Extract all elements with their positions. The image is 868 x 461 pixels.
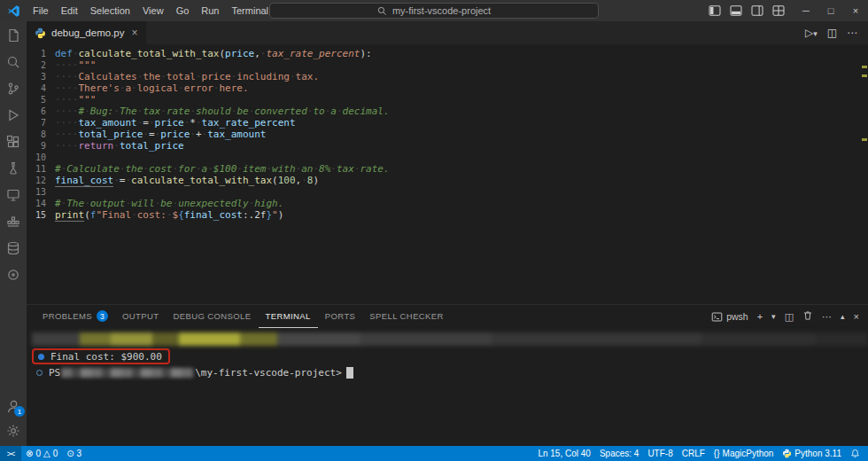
code-token: """ xyxy=(79,94,97,105)
source-control-icon[interactable] xyxy=(5,81,21,97)
panel-more-actions-icon[interactable]: ⋯ xyxy=(822,311,832,323)
code-editor[interactable]: 1def·calculate_total_with_tax(price,·tax… xyxy=(27,44,868,304)
customize-layout-icon[interactable] xyxy=(772,5,785,16)
command-decoration-icon[interactable] xyxy=(38,354,44,360)
menu-go[interactable]: Go xyxy=(170,0,196,21)
toggle-secondary-sidebar-icon[interactable] xyxy=(751,5,763,16)
code-line[interactable]: 11#·Calculate·the·cost·for·a·$100·item·w… xyxy=(27,163,868,175)
run-and-debug-icon[interactable] xyxy=(5,107,21,123)
run-python-file-icon[interactable]: ▷▾ xyxy=(805,27,818,39)
overview-ruler xyxy=(861,44,867,304)
explorer-icon[interactable] xyxy=(5,27,21,43)
terminal-view[interactable]: Final cost: $900.00 PS \my-first-vscode-… xyxy=(27,328,868,446)
code-token: · xyxy=(160,105,167,117)
code-line[interactable]: 1def·calculate_total_with_tax(price,·tax… xyxy=(27,48,868,59)
menu-view[interactable]: View xyxy=(136,0,170,21)
account-badge: 1 xyxy=(14,406,25,417)
code-line[interactable]: 6····#·Bug:·The·tax·rate·should·be·conve… xyxy=(27,105,868,117)
code-token: { xyxy=(178,209,184,221)
code-token: for xyxy=(178,163,196,175)
python-interpreter[interactable]: Python 3.11 xyxy=(778,446,846,461)
tab-filename: debug_demo.py xyxy=(51,27,124,38)
menu-selection[interactable]: Selection xyxy=(84,0,136,21)
toggle-sidebar-icon[interactable] xyxy=(709,5,721,16)
code-line[interactable]: 13 xyxy=(27,186,868,198)
code-token: logical xyxy=(137,82,178,94)
redacted-command-line xyxy=(32,332,868,346)
jupyter-icon[interactable] xyxy=(5,267,21,283)
code-token: ( xyxy=(84,209,90,221)
menu-run[interactable]: Run xyxy=(195,0,225,21)
code-token: cost: xyxy=(137,209,167,221)
redacted-block xyxy=(360,332,492,346)
editor-more-actions-icon[interactable]: ⋯ xyxy=(847,27,857,39)
code-token: · xyxy=(196,71,202,82)
maximize-button[interactable]: □ xyxy=(818,0,843,21)
code-line[interactable]: 12final_cost·=·calculate_total_with_tax(… xyxy=(27,175,868,186)
code-token: the xyxy=(143,71,160,82)
menu-file[interactable]: File xyxy=(27,0,55,21)
code-line[interactable]: 2····""" xyxy=(27,59,868,71)
code-token: · xyxy=(113,175,120,186)
code-token: · xyxy=(84,198,90,209)
notifications-bell-icon[interactable] xyxy=(846,446,864,461)
code-text: #·Calculate·the·cost·for·a·$100·item·wit… xyxy=(55,163,390,175)
cursor-position[interactable]: Ln 15, Col 40 xyxy=(533,446,595,461)
maximize-panel-icon[interactable]: ▴ xyxy=(841,312,845,321)
encoding[interactable]: UTF-8 xyxy=(643,446,677,461)
code-line[interactable]: 4····There's·a·logical·error·here. xyxy=(27,82,868,94)
code-line[interactable]: 3····Calculates·the·total·price·includin… xyxy=(27,71,868,82)
minimize-button[interactable]: ─ xyxy=(794,0,818,21)
split-editor-icon[interactable]: ◫ xyxy=(827,27,837,39)
info-status[interactable]: ⊙ 3 xyxy=(62,446,86,461)
close-window-button[interactable]: × xyxy=(843,0,868,21)
code-token: · xyxy=(178,82,184,94)
prompt-decoration-icon[interactable] xyxy=(36,370,43,376)
code-token: calculate_total_with_tax xyxy=(131,175,272,186)
indentation[interactable]: Spaces: 4 xyxy=(595,446,643,461)
tab-problems[interactable]: PROBLEMS 3 xyxy=(35,305,115,328)
tab-debug-console[interactable]: DEBUG CONSOLE xyxy=(166,305,258,328)
tab-spell-checker[interactable]: SPELL CHECKER xyxy=(362,305,451,328)
code-token: · xyxy=(236,163,243,175)
remote-indicator[interactable]: >< xyxy=(0,446,21,461)
code-line[interactable]: 7····tax_amount·=·price·*·tax_rate_perce… xyxy=(27,117,868,129)
redacted-block xyxy=(492,332,701,346)
toggle-panel-icon[interactable] xyxy=(730,5,742,16)
account-icon[interactable]: 1 xyxy=(5,398,21,414)
remote-explorer-icon[interactable] xyxy=(5,187,21,203)
ruler-mark xyxy=(862,66,867,68)
search-sidebar-icon[interactable] xyxy=(5,54,21,70)
new-terminal-icon[interactable]: + xyxy=(757,311,763,322)
code-line[interactable]: 10 xyxy=(27,152,868,163)
tab-close-icon[interactable]: × xyxy=(131,27,137,39)
tab-output[interactable]: OUTPUT xyxy=(115,305,166,328)
tab-terminal[interactable]: TERMINAL xyxy=(259,305,318,328)
terminal-profile[interactable]: pwsh xyxy=(711,311,748,323)
tab-ports[interactable]: PORTS xyxy=(318,305,363,328)
code-line[interactable]: 14#·The·output·will·be·unexpectedly·high… xyxy=(27,198,868,209)
terminal-profile-dropdown-icon[interactable]: ▾ xyxy=(771,312,776,321)
code-token: # xyxy=(55,163,61,175)
database-icon[interactable] xyxy=(5,240,21,256)
code-line[interactable]: 5····""" xyxy=(27,94,868,105)
close-panel-icon[interactable]: × xyxy=(854,311,859,322)
problems-status[interactable]: ⊗ 0 △ 0 xyxy=(21,446,62,461)
containers-icon[interactable] xyxy=(5,214,21,230)
menu-edit[interactable]: Edit xyxy=(55,0,84,21)
code-token: rate. xyxy=(360,163,389,175)
kill-terminal-icon[interactable] xyxy=(802,310,813,323)
settings-gear-icon[interactable] xyxy=(5,423,21,439)
extensions-icon[interactable] xyxy=(5,134,21,150)
tab-debug-demo[interactable]: debug_demo.py × xyxy=(27,21,146,44)
code-line[interactable]: 9····return·total_price xyxy=(27,140,868,152)
code-line[interactable]: 8····total_price·=·price·+·tax_amount xyxy=(27,129,868,140)
eol-sequence[interactable]: CRLF xyxy=(678,446,709,461)
split-terminal-icon[interactable]: ◫ xyxy=(785,311,794,323)
code-line[interactable]: 15print(f"Final·cost:·${final_cost:.2f}"… xyxy=(27,209,868,221)
prompt-prefix: PS xyxy=(49,367,60,379)
menu-terminal[interactable]: Terminal xyxy=(226,0,275,21)
command-center-search[interactable]: my-first-vscode-project xyxy=(269,3,599,19)
language-mode[interactable]: {} MagicPython xyxy=(709,446,779,461)
testing-icon[interactable] xyxy=(5,160,21,176)
